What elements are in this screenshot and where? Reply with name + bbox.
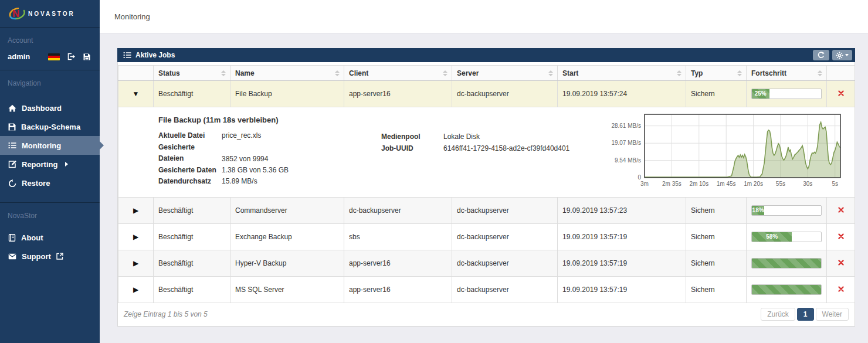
cancel-job-button[interactable] xyxy=(838,260,844,266)
active-jobs-panel: Aktive Jobs xyxy=(117,48,855,327)
svg-text:9.54 MB/s: 9.54 MB/s xyxy=(615,157,641,164)
sidebar-item-support[interactable]: Support xyxy=(0,247,100,266)
pagination-prev-button[interactable]: Zurück xyxy=(761,308,795,321)
sidebar-item-about[interactable]: About xyxy=(0,228,100,247)
sidebar: N NOVASTOR Account admin xyxy=(0,0,100,343)
expand-row-toggle[interactable]: ▶ xyxy=(118,277,154,303)
job-detail-title: File Backup (11m 18s verbleiben) xyxy=(158,116,289,124)
detail-value: 3852 von 9994 xyxy=(222,154,268,162)
column-header-typ[interactable]: Typ xyxy=(686,66,747,81)
cancel-job-button[interactable] xyxy=(838,207,844,213)
column-header-server[interactable]: Server xyxy=(452,66,558,81)
column-label: Typ xyxy=(691,69,703,77)
sidebar-item-label: Reporting xyxy=(22,160,57,169)
pagination-next-button[interactable]: Weiter xyxy=(816,308,849,321)
name-cell: File Backup xyxy=(230,81,344,107)
status-cell: Beschäftigt xyxy=(154,250,230,277)
sort-icon xyxy=(548,70,553,76)
sidebar-item-label: About xyxy=(21,233,43,242)
cancel-cell xyxy=(827,224,855,250)
detail-label: Job-UUID xyxy=(381,143,443,155)
status-cell: Beschäftigt xyxy=(154,224,230,250)
start-cell: 19.09.2019 13:57:24 xyxy=(558,81,686,107)
column-header-status[interactable]: Status xyxy=(154,66,230,81)
throughput-chart: 3m2m 35s2m 10s1m 45s1m 20s55s30s5s09.54 … xyxy=(611,110,844,191)
sort-icon xyxy=(818,70,822,76)
refresh-icon xyxy=(818,52,825,59)
detail-value: 15.89 MB/s xyxy=(222,177,257,185)
save-session-button[interactable] xyxy=(83,53,90,60)
status-cell: Beschäftigt xyxy=(154,81,230,107)
refresh-button[interactable] xyxy=(813,50,829,60)
progress-bar xyxy=(751,284,822,295)
column-header-fortschritt[interactable]: Fortschritt xyxy=(747,66,827,81)
entries-info: Zeige Eintrag 1 bis 5 von 5 xyxy=(124,310,208,318)
tasks-icon xyxy=(123,52,131,59)
floppy-icon xyxy=(8,123,16,131)
sort-icon xyxy=(443,70,447,76)
client-cell: app-server16 xyxy=(344,277,452,303)
progress-bar: 18% xyxy=(751,205,822,216)
table-row: ▶ Beschäftigt Hyper-V Backup app-server1… xyxy=(118,250,855,277)
detail-value: 6146ff41-1729-4158-ad2e-cf39fd40d401 xyxy=(443,144,569,152)
navigation-list: Dashboard Backup-Schema Monitoring xyxy=(0,99,100,192)
sidebar-item-backup-schema[interactable]: Backup-Schema xyxy=(0,117,100,136)
cancel-x-icon xyxy=(838,90,844,96)
start-cell: 19.09.2019 13:57:19 xyxy=(558,277,686,303)
table-row: ▶ Beschäftigt Commandserver dc-backupser… xyxy=(118,198,855,224)
progress-label: 25% xyxy=(755,90,767,97)
detail-value: price_rec.xls xyxy=(222,131,261,140)
table-footer: Zeige Eintrag 1 bis 5 von 5 Zurück 1 Wei… xyxy=(118,303,855,326)
sidebar-item-label: Support xyxy=(22,252,51,261)
german-flag-icon[interactable] xyxy=(48,53,60,60)
panel-header: Aktive Jobs xyxy=(117,48,855,62)
cancel-cell xyxy=(827,277,855,303)
table-header-row: Status Name Client Server Start Typ Fort… xyxy=(118,66,855,81)
column-header-client[interactable]: Client xyxy=(344,66,452,81)
progress-cell: 58% xyxy=(747,224,827,250)
expand-row-toggle[interactable]: ▶ xyxy=(118,198,154,224)
column-header-name[interactable]: Name xyxy=(230,66,344,81)
svg-text:30s: 30s xyxy=(803,181,812,187)
tasks-icon xyxy=(8,142,16,149)
logout-button[interactable] xyxy=(67,53,76,60)
sort-icon xyxy=(677,70,681,76)
table-row: ▶ Beschäftigt Exchange Backup sbs dc-bac… xyxy=(118,224,855,250)
cancel-cell xyxy=(827,250,855,277)
page-title: Monitoring xyxy=(100,0,868,33)
name-cell: Exchange Backup xyxy=(230,224,344,250)
svg-text:28.61 MB/s: 28.61 MB/s xyxy=(611,123,641,129)
logout-icon xyxy=(67,53,76,60)
typ-cell: Sichern xyxy=(686,81,747,107)
table-row: ▼ Beschäftigt File Backup app-server16 d… xyxy=(118,81,855,107)
cancel-x-icon xyxy=(838,286,844,292)
collapse-row-toggle[interactable]: ▼ xyxy=(118,81,154,107)
job-detail-cell: File Backup (11m 18s verbleiben) Aktuell… xyxy=(118,107,855,198)
pagination-page-1-button[interactable]: 1 xyxy=(797,308,814,321)
cancel-cell xyxy=(827,198,855,224)
cancel-job-button[interactable] xyxy=(838,90,844,96)
book-icon xyxy=(8,234,16,242)
settings-dropdown-button[interactable] xyxy=(832,50,852,60)
sidebar-item-monitoring[interactable]: Monitoring xyxy=(0,136,100,155)
panel-title: Aktive Jobs xyxy=(135,51,175,59)
cancel-job-button[interactable] xyxy=(838,286,844,292)
navigation-section-label: Navigation xyxy=(8,79,100,87)
column-header-start[interactable]: Start xyxy=(558,66,686,81)
sidebar-item-restore[interactable]: Restore xyxy=(0,174,100,192)
sidebar-item-label: Dashboard xyxy=(22,104,62,113)
logo-text: NOVASTOR xyxy=(28,11,75,17)
server-cell: dc-backupserver xyxy=(452,277,558,303)
detail-value: Lokale Disk xyxy=(443,133,480,141)
job-detail-main: File Backup (11m 18s verbleiben) Aktuell… xyxy=(158,116,289,188)
sidebar-item-dashboard[interactable]: Dashboard xyxy=(0,99,100,117)
novastor-section-label: NovaStor xyxy=(8,212,100,220)
save-icon xyxy=(83,53,90,60)
expand-row-toggle[interactable]: ▶ xyxy=(118,250,154,277)
start-cell: 19.09.2019 13:57:19 xyxy=(558,224,686,250)
cancel-job-button[interactable] xyxy=(838,233,844,239)
expand-row-toggle[interactable]: ▶ xyxy=(118,224,154,250)
table-row: ▶ Beschäftigt MS SQL Server app-server16… xyxy=(118,277,855,303)
progress-fill: 18% xyxy=(752,206,764,215)
sidebar-item-reporting[interactable]: Reporting xyxy=(0,155,100,174)
